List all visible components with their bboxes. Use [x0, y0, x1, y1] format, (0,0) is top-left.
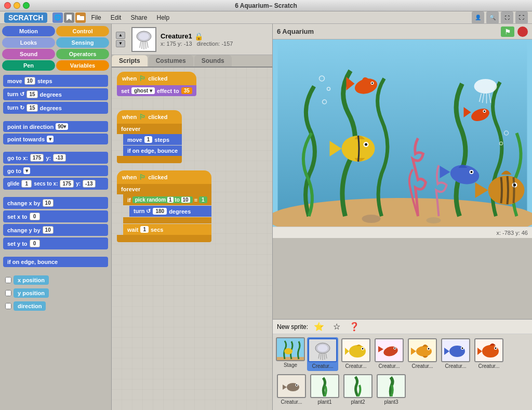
svg-marker-0: [66, 15, 72, 21]
green-flag-button[interactable]: ⚑: [501, 27, 514, 37]
block-turn-left[interactable]: turn ↺ 15 degrees: [3, 88, 108, 100]
cat-control[interactable]: Control: [56, 26, 109, 36]
sprite-label-5: Creatur...: [478, 363, 499, 369]
block-change-x[interactable]: change x by 10: [3, 197, 108, 209]
tabs: Scripts Costumes Sounds: [112, 55, 272, 68]
sprite-item-0[interactable]: Creatur...: [307, 337, 338, 371]
question-icon[interactable]: ❓: [348, 322, 361, 332]
stage-sprite-item[interactable]: Stage: [276, 337, 305, 371]
new-sprite-bar: New sprite: ⭐ ☆ ❓: [273, 320, 532, 334]
sprite-nav-down[interactable]: ▼: [116, 40, 125, 47]
block-goto-xy[interactable]: go to x: 175 y: -13: [3, 152, 108, 164]
minimize-button[interactable]: [14, 2, 20, 9]
sprite-item-plant2[interactable]: plant2: [342, 373, 374, 407]
script-block-forever-2[interactable]: forever: [117, 184, 211, 194]
cat-variables[interactable]: Variables: [56, 60, 109, 71]
stage-thumbnail[interactable]: [276, 337, 305, 361]
sprite-item-4[interactable]: Creatur...: [440, 337, 471, 371]
scripts-panel: ▲ ▼ Creature1 🔒: [112, 24, 273, 410]
script-forever-body-1: move 1 steps if on edge, bounce: [123, 134, 182, 156]
block-glide[interactable]: glide 1 secs to x: 175 y: -13: [3, 178, 108, 190]
sprite-item-1[interactable]: Creatur...: [340, 337, 371, 371]
block-goto[interactable]: go to ▾: [3, 165, 108, 176]
script-block-set-effect[interactable]: set ghost ▾ effect to 35: [117, 85, 196, 96]
svg-point-26: [371, 83, 373, 84]
stage-coords: x: -783 y: 46: [496, 230, 528, 236]
svg-line-50: [318, 353, 320, 359]
block-point-towards[interactable]: point towards ▾: [3, 134, 108, 144]
menu-edit[interactable]: Edit: [107, 13, 126, 22]
svg-marker-64: [411, 348, 416, 355]
block-x-position[interactable]: x position: [3, 274, 108, 286]
block-set-x[interactable]: set x to 0: [3, 210, 108, 222]
sprite-label-plant1: plant1: [317, 399, 331, 405]
right-panel: 6 Aquarium ⚑: [273, 24, 532, 410]
script-block-when-clicked-2[interactable]: when 🏳 clicked: [117, 110, 182, 124]
script-block-when-clicked-1[interactable]: when 🏳 when 🏳 clickedclicked: [117, 72, 196, 85]
svg-marker-60: [378, 346, 383, 352]
block-move-steps[interactable]: move 10 steps: [3, 75, 108, 87]
scripts-canvas[interactable]: when 🏳 when 🏳 clickedclicked set ghost ▾…: [112, 68, 272, 410]
bookmark-icon[interactable]: [64, 12, 74, 23]
menu-share[interactable]: Share: [126, 13, 151, 22]
svg-rect-12: [278, 211, 527, 227]
script-block-when-clicked-3[interactable]: when 🏳 clicked: [117, 170, 211, 184]
script-block-wait[interactable]: wait 1 secs: [123, 224, 211, 235]
script-group-2: when 🏳 clicked forever move 1 steps if o…: [117, 110, 182, 163]
tab-costumes[interactable]: Costumes: [149, 55, 193, 67]
svg-point-4: [139, 33, 149, 40]
person-icon[interactable]: 👤: [472, 11, 484, 24]
block-set-y[interactable]: set y to 0: [3, 237, 108, 249]
svg-point-66: [428, 348, 430, 350]
script-block-if-random[interactable]: if pick random 1 to 10 = 1: [123, 194, 211, 205]
svg-line-9: [147, 42, 148, 48]
svg-point-74: [495, 348, 497, 349]
toolbar-icons: 👤 🔍 ⛶ ⛶: [472, 11, 528, 24]
presentation-icon[interactable]: ⛶: [515, 11, 528, 24]
sprite-y: y: -13: [178, 41, 192, 47]
cat-motion[interactable]: Motion: [2, 26, 55, 36]
sprite-item-6[interactable]: Creatur...: [276, 373, 307, 407]
svg-line-6: [142, 42, 142, 49]
fullscreen-icon[interactable]: ⛶: [501, 11, 513, 24]
menu-file[interactable]: File: [87, 13, 105, 22]
block-direction[interactable]: direction: [3, 300, 108, 312]
sprite-item-3[interactable]: Creatur...: [407, 337, 438, 371]
script-block-forever-1[interactable]: forever: [117, 124, 182, 134]
globe-icon[interactable]: 🌐: [52, 12, 63, 23]
sprite-item-5[interactable]: Creatur...: [473, 337, 504, 371]
stage-canvas[interactable]: [273, 39, 532, 227]
cat-pen[interactable]: Pen: [2, 60, 55, 71]
maximize-button[interactable]: [23, 2, 30, 9]
star-outline-icon[interactable]: ☆: [330, 322, 343, 332]
sprite-item-plant1[interactable]: plant1: [309, 373, 340, 407]
svg-point-38: [484, 111, 485, 112]
block-point-direction[interactable]: point in direction 90▾: [3, 121, 108, 132]
block-turn-right[interactable]: turn ↻ 15 degrees: [3, 102, 108, 114]
script-block-bounce[interactable]: if on edge, bounce: [123, 146, 182, 156]
cat-operators[interactable]: Operators: [56, 49, 109, 59]
sprite-nav-up[interactable]: ▲: [116, 32, 125, 39]
sprite-img-3: [408, 338, 437, 362]
block-change-y[interactable]: change y by 10: [3, 224, 108, 236]
block-bounce[interactable]: if on edge, bounce: [3, 257, 108, 267]
paint-brush-icon[interactable]: ⭐: [312, 322, 326, 332]
script-block-turn[interactable]: turn ↺ 180 degrees: [129, 206, 211, 217]
svg-line-53: [324, 353, 325, 360]
block-y-position[interactable]: y position: [3, 287, 108, 299]
svg-marker-56: [345, 348, 349, 355]
stop-button[interactable]: [517, 27, 528, 37]
cat-sound[interactable]: Sound: [2, 49, 55, 59]
menu-help[interactable]: Help: [152, 13, 174, 22]
tab-sounds[interactable]: Sounds: [194, 55, 232, 67]
folder-icon[interactable]: [75, 12, 86, 23]
sprite-item-2[interactable]: Creatur...: [374, 337, 405, 371]
magnify-icon[interactable]: 🔍: [486, 11, 499, 24]
sprite-item-plant3[interactable]: plant3: [376, 373, 407, 407]
script-block-move-1[interactable]: move 1 steps: [123, 134, 182, 145]
close-button[interactable]: [4, 2, 11, 9]
cat-sensing[interactable]: Sensing: [56, 37, 109, 48]
lock-icon[interactable]: 🔒: [194, 32, 203, 41]
cat-looks[interactable]: Looks: [2, 37, 55, 48]
tab-scripts[interactable]: Scripts: [112, 55, 148, 67]
